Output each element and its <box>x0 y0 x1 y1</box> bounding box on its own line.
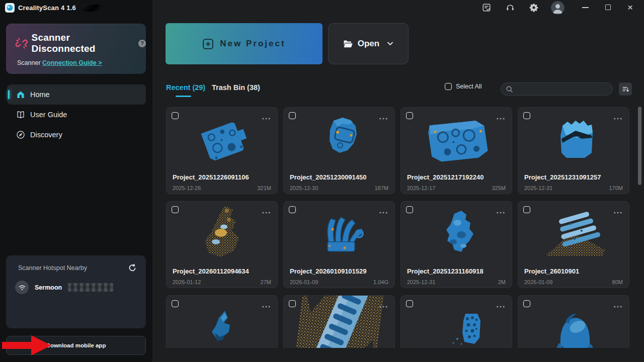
scanner-label: Scanner <box>17 59 41 66</box>
project-size: 1.04G <box>373 279 388 285</box>
maximize-button[interactable] <box>605 5 611 10</box>
app-title-row: CrealityScan 4 1.6 <box>5 3 100 13</box>
project-checkbox[interactable] <box>406 300 413 307</box>
app-logo-icon <box>5 3 15 13</box>
sidebar-item-home[interactable]: Home <box>7 84 146 105</box>
project-checkbox[interactable] <box>172 112 179 119</box>
project-size: 27M <box>261 279 271 285</box>
vertical-scrollbar-thumb[interactable] <box>638 107 641 185</box>
project-card[interactable]: Project_20251226091106 2025-12-26 321M <box>166 107 278 194</box>
project-card[interactable] <box>283 295 395 348</box>
project-size: 80M <box>612 279 623 285</box>
project-grid: Project_20251226091106 2025-12-26 321M P… <box>166 107 629 348</box>
more-menu-icon[interactable] <box>377 111 389 124</box>
project-card[interactable] <box>400 295 512 348</box>
project-checkbox[interactable] <box>523 300 530 307</box>
project-checkbox[interactable] <box>289 112 296 119</box>
project-card[interactable]: Project_20251217192240 2025-12-17 325M <box>400 107 512 194</box>
project-name: Project_20251231160918 <box>407 267 506 275</box>
network-name: Sermoon <box>35 284 62 291</box>
project-checkbox[interactable] <box>289 300 296 307</box>
project-date: 2026-01-12 <box>173 279 201 285</box>
open-button-label: Open <box>358 39 379 49</box>
project-date: 2026-01-09 <box>524 279 552 285</box>
select-all-checkbox[interactable] <box>445 83 452 90</box>
feedback-form-icon[interactable] <box>482 3 491 12</box>
sort-button[interactable] <box>619 82 632 96</box>
tab-trash-bin[interactable]: Trash Bin (38) <box>212 83 260 92</box>
more-menu-icon[interactable] <box>612 205 624 218</box>
select-all-label: Select All <box>456 83 481 90</box>
project-card[interactable] <box>166 295 278 348</box>
open-button[interactable]: Open <box>328 23 409 64</box>
sidebar-item-label: User Guide <box>30 111 67 119</box>
more-menu-icon[interactable] <box>495 111 507 124</box>
sidebar-nav: Home User Guide Discovery <box>0 84 152 145</box>
settings-gear-icon[interactable] <box>529 3 538 12</box>
project-checkbox[interactable] <box>523 206 530 213</box>
search-box <box>501 82 613 96</box>
active-tab-underline <box>176 96 191 97</box>
wifi-icon <box>15 281 29 294</box>
project-card[interactable]: Project_26010901 2026-01-09 80M <box>518 201 629 288</box>
minimize-button[interactable] <box>582 7 589 8</box>
close-button[interactable]: × <box>627 1 633 14</box>
main-area: × New Project Open Recent (29) Trash Bin… <box>152 0 644 362</box>
project-card[interactable]: Project_20260109101529 2026-01-09 1.04G <box>283 201 395 288</box>
help-question-icon[interactable]: ? <box>138 40 146 47</box>
more-menu-icon[interactable] <box>260 205 272 218</box>
user-avatar[interactable] <box>551 1 565 15</box>
more-menu-icon[interactable] <box>260 299 272 312</box>
hotspot-panel: Scanner Hotspot Nearby Sermoon <box>6 255 146 328</box>
project-checkbox[interactable] <box>289 206 296 213</box>
project-card[interactable] <box>518 295 629 348</box>
project-name: Project_20251217192240 <box>407 173 506 181</box>
project-card[interactable]: Project_20260112094634 2026-01-12 27M <box>166 201 278 288</box>
sidebar-item-label: Discovery <box>30 131 62 139</box>
project-size: 321M <box>257 185 271 191</box>
refresh-icon[interactable] <box>128 263 137 273</box>
project-card[interactable]: Project_20251230091450 2025-12-30 187M <box>283 107 395 194</box>
compass-icon <box>16 130 25 139</box>
project-checkbox[interactable] <box>172 206 179 213</box>
project-checkbox[interactable] <box>406 112 413 119</box>
project-size: 2M <box>498 279 506 285</box>
more-menu-icon[interactable] <box>377 299 389 312</box>
project-name: Project_20260112094634 <box>173 267 271 275</box>
hotspot-network-item[interactable]: Sermoon <box>15 281 146 294</box>
new-project-label: New Project <box>220 39 285 49</box>
project-card[interactable]: Project_20251231160918 2025-12-31 2M <box>400 201 512 288</box>
project-date: 2025-12-31 <box>524 185 552 191</box>
sidebar-item-user-guide[interactable]: User Guide <box>0 105 152 125</box>
search-input[interactable] <box>516 83 612 95</box>
ssid-redacted-blur <box>68 283 113 292</box>
folder-open-icon <box>343 40 353 48</box>
project-card[interactable]: Project_20251231091257 2025-12-31 170M <box>518 107 629 194</box>
chevron-down-icon <box>387 42 393 46</box>
download-button-label: Download mobile app <box>46 342 106 348</box>
sidebar-item-discovery[interactable]: Discovery <box>0 125 152 145</box>
more-menu-icon[interactable] <box>612 111 624 124</box>
more-menu-icon[interactable] <box>377 205 389 218</box>
more-menu-icon[interactable] <box>612 299 624 312</box>
support-headset-icon[interactable] <box>506 3 515 12</box>
new-project-button[interactable]: New Project <box>166 23 323 64</box>
project-checkbox[interactable] <box>172 300 179 307</box>
project-name: Project_20260109101529 <box>290 267 388 275</box>
select-all-control[interactable]: Select All <box>445 83 481 90</box>
download-mobile-app-button[interactable]: Download mobile app <box>6 336 146 355</box>
project-name: Project_26010901 <box>524 267 623 275</box>
more-menu-icon[interactable] <box>495 205 507 218</box>
more-menu-icon[interactable] <box>495 299 507 312</box>
tab-recent[interactable]: Recent (29) <box>166 83 205 92</box>
sort-list-icon <box>622 85 629 93</box>
project-checkbox[interactable] <box>406 206 413 213</box>
more-menu-icon[interactable] <box>260 111 272 124</box>
project-checkbox[interactable] <box>523 112 530 119</box>
project-date: 2025-12-30 <box>290 185 318 191</box>
book-icon <box>16 110 25 119</box>
project-date: 2026-01-09 <box>290 279 318 285</box>
project-date: 2025-12-17 <box>407 185 435 191</box>
project-size: 170M <box>609 185 623 191</box>
connection-guide-link[interactable]: Connection Guide > <box>42 59 102 66</box>
